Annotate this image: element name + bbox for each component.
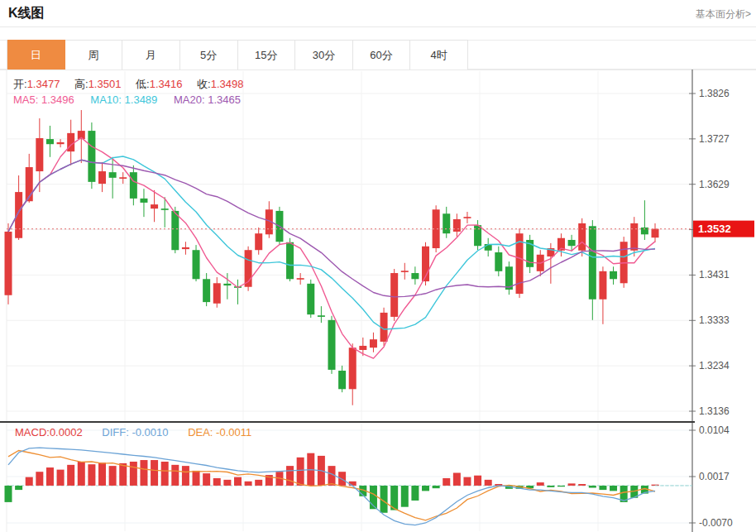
title-divider — [0, 26, 756, 27]
tab-月[interactable]: 月 — [122, 40, 180, 70]
svg-text:0.0104: 0.0104 — [699, 424, 730, 436]
svg-text:1.3727: 1.3727 — [699, 133, 730, 145]
svg-text:1.3629: 1.3629 — [699, 179, 730, 190]
svg-text:1.3136: 1.3136 — [699, 405, 730, 417]
tab-60分[interactable]: 60分 — [353, 40, 411, 70]
tab-周[interactable]: 周 — [65, 40, 123, 70]
fundamental-analysis-link[interactable]: 基本面分析> — [696, 7, 751, 22]
svg-text:1.3532: 1.3532 — [698, 223, 731, 235]
tab-30分[interactable]: 30分 — [295, 40, 353, 70]
kline-chart[interactable]: 1.38261.37271.36291.34311.33331.32341.31… — [0, 69, 756, 532]
gridlines — [7, 71, 692, 531]
svg-text:1.3234: 1.3234 — [699, 360, 730, 371]
macd-group — [5, 448, 693, 525]
candles-group — [5, 110, 659, 405]
page-title: K线图 — [8, 5, 45, 22]
tab-15分[interactable]: 15分 — [238, 40, 296, 70]
svg-text:1.3826: 1.3826 — [699, 88, 730, 99]
period-tabs: 日周月5分15分30分60分4时 — [7, 40, 468, 70]
tab-4时[interactable]: 4时 — [410, 40, 468, 70]
kline-page: K线图 基本面分析> 日周月5分15分30分60分4时 1.38261.3727… — [0, 0, 756, 532]
svg-text:1.3333: 1.3333 — [699, 314, 730, 326]
tab-日[interactable]: 日 — [7, 40, 65, 70]
svg-text:0.0017: 0.0017 — [699, 471, 730, 482]
svg-text:1.3431: 1.3431 — [699, 269, 730, 280]
tab-5分[interactable]: 5分 — [180, 40, 238, 70]
period-tab-bar: 日周月5分15分30分60分4时 — [0, 40, 756, 69]
svg-text:-0.0070: -0.0070 — [699, 517, 733, 529]
